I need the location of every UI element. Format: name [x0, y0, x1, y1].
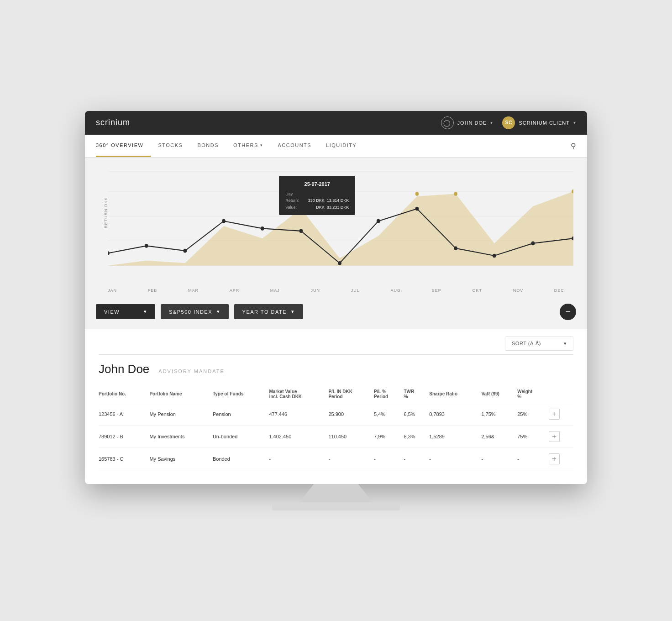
- x-tick-feb: FEB: [148, 288, 158, 293]
- th-pl-dkk: P/L IN DKKPeriod: [328, 385, 374, 403]
- td-twr-0: 6,5%: [404, 403, 430, 425]
- minus-button[interactable]: −: [560, 304, 576, 320]
- client-menu[interactable]: SC SCRINIUM CLIENT ▾: [502, 116, 576, 129]
- sort-chevron: ▾: [564, 341, 567, 347]
- svg-point-14: [415, 206, 419, 211]
- td-pl-dkk-2: -: [328, 447, 374, 470]
- tooltip-day-label: Day: [285, 191, 293, 197]
- td-type-1: Un-bonded: [213, 425, 269, 447]
- x-tick-apr: APR: [230, 288, 240, 293]
- user-menu[interactable]: ◯ JOHN DOE ▾: [441, 116, 493, 129]
- td-expand-2[interactable]: +: [549, 447, 573, 470]
- td-id-2: 165783 - C: [99, 447, 149, 470]
- chart-container: RETURN DKK 25-07-2017 Day Return: 330 DK…: [99, 167, 573, 285]
- td-pl-dkk-1: 110.450: [328, 425, 374, 447]
- svg-point-13: [377, 219, 380, 223]
- td-weight-2: -: [517, 447, 549, 470]
- top-navigation: scrinium ◯ JOHN DOE ▾ SC SCRINIUM CLIENT…: [85, 111, 587, 135]
- td-sharpe-2: -: [429, 447, 481, 470]
- divider: [99, 354, 573, 355]
- svg-point-8: [184, 248, 187, 253]
- svg-point-10: [261, 226, 264, 231]
- tooltip-return-label: Return:: [285, 197, 299, 204]
- tooltip-value-row: Value: DKK 83.233 DKK: [285, 204, 349, 211]
- x-tick-jan: JAN: [108, 288, 117, 293]
- th-market-value: Market Valueincl. Cash DKK: [269, 385, 328, 403]
- period-dropdown[interactable]: YEAR TO DATE ▾: [234, 304, 303, 319]
- tab-bonds[interactable]: BONDS: [190, 134, 226, 157]
- table-header-row: Portfolio No. Portfolio Name Type of Fun…: [99, 385, 573, 403]
- td-id-0: 123456 - A: [99, 403, 149, 425]
- td-var-1: 2,56&: [481, 425, 517, 447]
- controls-bar: VIEW ▾ S&P500 INDEX ▾ YEAR TO DATE ▾ −: [85, 297, 587, 329]
- tooltip-date: 25-07-2017: [285, 180, 349, 189]
- expand-button-0[interactable]: +: [549, 409, 560, 420]
- sort-dropdown[interactable]: SORT (A-Å) ▾: [505, 337, 573, 351]
- svg-point-12: [338, 261, 341, 265]
- user-chevron: ▾: [490, 120, 493, 125]
- tooltip-return-val: 330 DKK 13.314 DKK: [308, 197, 349, 204]
- td-name-2: My Savings: [149, 447, 213, 470]
- td-sharpe-1: 1,5289: [429, 425, 481, 447]
- td-pl-pct-1: 7,9%: [374, 425, 404, 447]
- tab-accounts[interactable]: ACCOUNTS: [270, 134, 319, 157]
- td-expand-0[interactable]: +: [549, 403, 573, 425]
- td-type-2: Bonded: [213, 447, 269, 470]
- chart-tooltip: 25-07-2017 Day Return: 330 DKK 13.314 DK…: [279, 176, 355, 216]
- client-badge: SC: [502, 116, 515, 129]
- portfolio-owner: John Doe ADVISORY MANDATE: [99, 362, 573, 376]
- tab-others[interactable]: OTHERS ▾: [226, 134, 270, 157]
- tab-liquidity[interactable]: LIQUIDITY: [319, 134, 364, 157]
- td-twr-1: 8,3%: [404, 425, 430, 447]
- th-var: VaR (99): [481, 385, 517, 403]
- svg-point-15: [454, 246, 457, 250]
- main-navigation: 360° OVERVIEW STOCKS BONDS OTHERS ▾ ACCO…: [85, 135, 587, 158]
- user-label: JOHN DOE: [457, 120, 487, 126]
- x-tick-mar: MAR: [188, 288, 199, 293]
- svg-point-16: [493, 253, 496, 258]
- expand-button-2[interactable]: +: [549, 453, 560, 464]
- portfolio-table: Portfolio No. Portfolio Name Type of Fun…: [99, 385, 573, 470]
- others-dropdown-arrow: ▾: [260, 143, 263, 147]
- svg-point-17: [531, 241, 535, 245]
- tooltip-return-row: Return: 330 DKK 13.314 DKK: [285, 197, 349, 204]
- td-market-0: 477.446: [269, 403, 328, 425]
- x-tick-jul: JUL: [351, 288, 360, 293]
- svg-point-9: [222, 219, 226, 223]
- client-chevron: ▾: [573, 120, 576, 125]
- svg-point-7: [145, 244, 148, 248]
- expand-button-1[interactable]: +: [549, 431, 560, 442]
- x-tick-sep: SEP: [432, 288, 441, 293]
- th-pl-pct: P/L %Period: [374, 385, 404, 403]
- chart-section: RETURN DKK 25-07-2017 Day Return: 330 DK…: [85, 158, 587, 297]
- th-type-funds: Type of Funds: [213, 385, 269, 403]
- view-dropdown[interactable]: VIEW ▾: [96, 304, 155, 319]
- tab-stocks[interactable]: STOCKS: [151, 134, 190, 157]
- x-tick-dec: DEC: [554, 288, 564, 293]
- tab-overview[interactable]: 360° OVERVIEW: [96, 134, 151, 157]
- td-expand-1[interactable]: +: [549, 425, 573, 447]
- svg-point-20: [454, 192, 457, 196]
- td-weight-0: 25%: [517, 403, 549, 425]
- td-var-0: 1,75%: [481, 403, 517, 425]
- td-weight-1: 75%: [517, 425, 549, 447]
- x-tick-aug: AUG: [390, 288, 401, 293]
- user-icon: ◯: [441, 116, 454, 129]
- portfolio-mandate: ADVISORY MANDATE: [158, 368, 224, 374]
- x-tick-okt: OKT: [472, 288, 482, 293]
- td-name-1: My Investments: [149, 425, 213, 447]
- logo: scrinium: [96, 118, 130, 127]
- index-dropdown[interactable]: S&P500 INDEX ▾: [161, 304, 229, 319]
- td-twr-2: -: [404, 447, 430, 470]
- td-pl-dkk-0: 25.900: [328, 403, 374, 425]
- td-var-2: -: [481, 447, 517, 470]
- td-pl-pct-0: 5,4%: [374, 403, 404, 425]
- x-tick-maj: MAJ: [270, 288, 280, 293]
- index-dropdown-arrow: ▾: [217, 309, 220, 315]
- th-portfolio-no: Portfolio No.: [99, 385, 149, 403]
- search-icon[interactable]: ⚲: [571, 142, 576, 150]
- th-expand: [549, 385, 573, 403]
- svg-point-19: [415, 192, 419, 196]
- sort-bar: SORT (A-Å) ▾: [99, 329, 573, 354]
- view-dropdown-arrow: ▾: [144, 309, 147, 315]
